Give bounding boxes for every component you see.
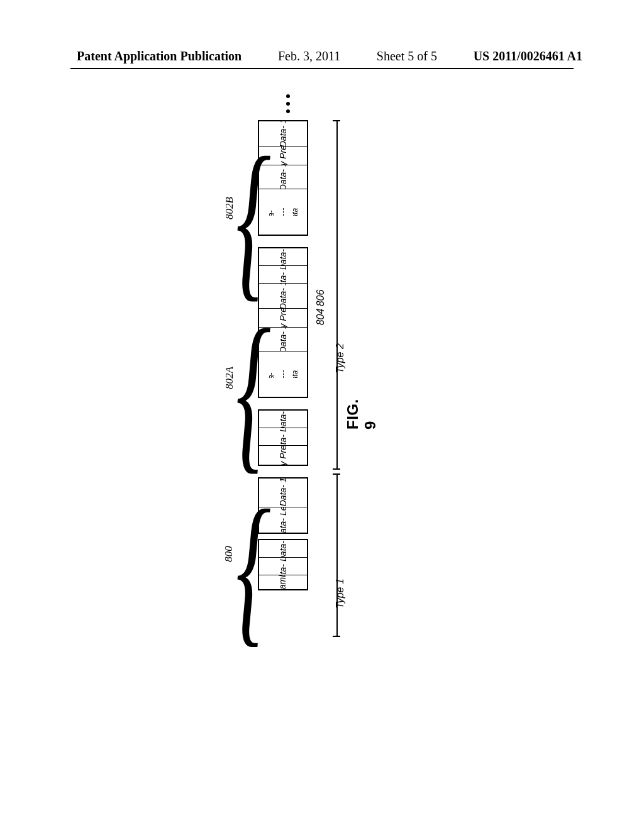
ref-802a: 802A xyxy=(223,367,236,389)
header-publication: Patent Application Publication xyxy=(77,49,242,64)
frame-802b-sub2: UL Data- 16m Legacy Preamble DL Data- 16… xyxy=(258,120,308,236)
continuation-ellipsis xyxy=(286,94,290,117)
header-divider xyxy=(70,68,574,69)
frame-802a: DL Data- 16m DL Data- Legacy Legacy Prea… xyxy=(258,409,308,466)
callout-804: 804 xyxy=(313,311,330,323)
header-date: Feb. 3, 2011 xyxy=(278,49,340,64)
type1-bar: Type 1 xyxy=(330,473,343,637)
ref-800: 800 xyxy=(223,546,235,562)
callout-806: 806 xyxy=(313,292,330,304)
type2-bar: Type 2 xyxy=(330,120,343,470)
frame-800-dl: DL Data- 16m DL Data- Legacy Preamble* xyxy=(258,539,308,590)
ref-802b: 802B xyxy=(223,197,236,219)
frame-802b-sub1: DL Data- 16m DL Data- Legacy UL Data- 16… xyxy=(258,247,308,398)
frame-800: UL Data- 16m UL Data- Legacy xyxy=(258,477,308,534)
figure-9: { 802B { 802A { 800 806 804 Type 2 Type … xyxy=(179,97,355,651)
figure-caption: FIG. 9 xyxy=(344,399,379,429)
header-docnum: US 2011/0026461 A1 xyxy=(474,49,582,64)
header-sheet: Sheet 5 of 5 xyxy=(377,49,437,64)
